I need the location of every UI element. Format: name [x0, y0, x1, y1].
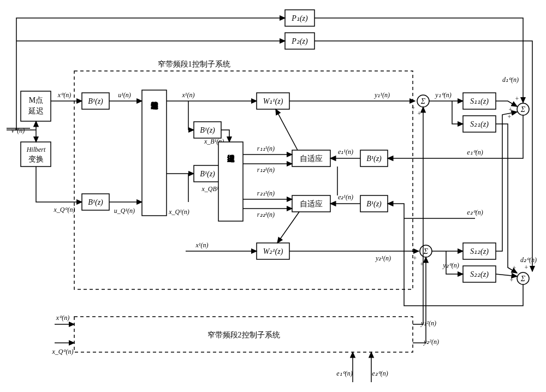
svg-text:Hilbert: Hilbert	[26, 146, 46, 153]
label-u1: u¹(n)	[118, 91, 131, 99]
svg-text:+: +	[510, 276, 514, 284]
wire-xQo	[36, 167, 82, 202]
svg-text:B¹(z): B¹(z)	[88, 97, 103, 106]
label-r121: r₁₂¹(n)	[257, 166, 275, 174]
label-e2o-b: e₂ᵒ(n)	[372, 370, 388, 377]
label-e21: e₂¹(n)	[338, 193, 353, 201]
label-r221: r₂₂¹(n)	[257, 211, 275, 218]
svg-text:+: +	[418, 110, 422, 117]
svg-text:+: +	[525, 264, 529, 271]
svg-text:S₂₂(z): S₂₂(z)	[470, 270, 489, 279]
label-xQo: x_Qᵒ(n)	[54, 206, 75, 213]
label-vo: vᵒ(n)	[11, 127, 25, 134]
label-P1: P₁(z)	[291, 14, 308, 23]
svg-text:延迟: 延迟	[28, 107, 44, 115]
svg-text:自适应: 自适应	[300, 155, 323, 163]
svg-text:+: +	[513, 264, 517, 272]
label-xo2: xᵒ(n)	[56, 314, 69, 322]
svg-text:B¹(z): B¹(z)	[200, 170, 215, 179]
label-y22: y₂²(n)	[423, 338, 439, 346]
label-xQ1: x_Q¹(n)	[168, 208, 189, 216]
svg-text:Σ: Σ	[520, 105, 526, 114]
label-y21: y₂¹(n)	[375, 254, 391, 262]
label-e1o-b: e₁ᵒ(n)	[336, 370, 352, 377]
label-P2: P₂(z)	[291, 37, 308, 46]
svg-text:+: +	[413, 254, 417, 262]
svg-text:S₂₁(z): S₂₁(z)	[470, 120, 489, 129]
label-uQ1: u_Q¹(n)	[114, 207, 135, 215]
block-phasecomp	[142, 90, 167, 216]
svg-text:B¹(z): B¹(z)	[88, 198, 103, 207]
label-y1o: y₁ᵒ(n)	[435, 91, 451, 99]
svg-text:Σ: Σ	[420, 97, 426, 105]
wire-e1o	[388, 115, 523, 158]
label-y12: y₁²(n)	[420, 319, 436, 327]
label-d2o: d₂ᵒ(n)	[520, 256, 537, 264]
label-r111: r₁₁¹(n)	[257, 145, 275, 152]
svg-text:W₁¹(z): W₁¹(z)	[263, 97, 283, 106]
title-sub2: 窄带频段2控制子系统	[207, 331, 280, 339]
svg-text:变换: 变换	[28, 155, 44, 163]
label-xQo2: x_Qᵒ(n)	[52, 348, 74, 355]
title-sub1: 窄带频段1控制子系统	[158, 60, 230, 68]
subsystem1-box	[74, 71, 413, 289]
wire-P1-sum1	[314, 18, 523, 103]
label-e11: e₁¹(n)	[338, 148, 353, 156]
label-e2o: e₂ᵒ(n)	[467, 209, 483, 216]
label-x1-lower: x¹(n)	[195, 241, 209, 249]
svg-text:W₂¹(z): W₂¹(z)	[263, 247, 283, 256]
svg-text:Σ: Σ	[423, 247, 429, 256]
label-e1o: e₁ᵒ(n)	[467, 149, 483, 156]
svg-text:S₁₂(z): S₁₂(z)	[470, 247, 489, 256]
block-diagram: P₁(z) P₂(z) + + d₁ᵒ(n) d₂ᵒ(n) 窄带频段1控制子系统…	[0, 0, 546, 392]
svg-text:+: +	[509, 106, 513, 114]
svg-text:+: +	[515, 95, 519, 103]
label-y11: y₁¹(n)	[374, 91, 390, 99]
block-invfilter	[218, 142, 243, 221]
svg-text:+: +	[508, 113, 512, 121]
svg-text:B¹(z): B¹(z)	[366, 200, 382, 209]
svg-text:S₁₁(z): S₁₁(z)	[470, 97, 489, 106]
svg-text:M点: M点	[29, 96, 43, 104]
label-x1: x¹(n)	[182, 91, 195, 99]
svg-text:Σ: Σ	[520, 275, 526, 283]
svg-text:B¹(z): B¹(z)	[200, 126, 215, 135]
svg-text:B¹(z): B¹(z)	[366, 155, 382, 163]
label-xo: xᵒ(n)	[57, 91, 71, 99]
svg-text:+: +	[412, 104, 416, 112]
label-r211: r₂₁¹(n)	[257, 189, 275, 197]
label-y2o: y₂ᵒ(n)	[442, 262, 459, 269]
label-d1o: d₁ᵒ(n)	[502, 76, 519, 84]
wire-e2o-inner	[388, 204, 523, 306]
svg-text:自适应: 自适应	[300, 200, 323, 208]
